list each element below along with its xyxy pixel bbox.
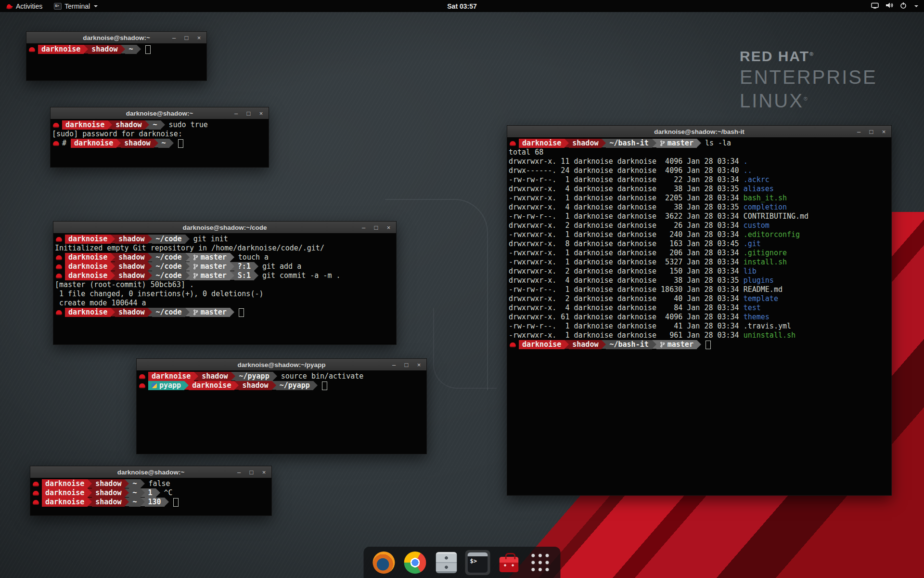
powerline-arrow bbox=[230, 253, 234, 262]
terminal-text: custom bbox=[744, 221, 770, 230]
redhat-prompt-icon bbox=[33, 500, 39, 505]
terminal-icon[interactable]: $> bbox=[465, 550, 490, 575]
chevron-down-icon bbox=[94, 5, 98, 7]
maximize-button[interactable]: □ bbox=[403, 362, 410, 368]
app-grid-icon[interactable] bbox=[528, 550, 553, 575]
minimize-button[interactable]: – bbox=[391, 362, 397, 368]
powerline-arrow bbox=[148, 308, 152, 316]
prompt-segment-host: shadow bbox=[92, 479, 125, 488]
terminal-line: -rwxrwxr-x. 1 darknoise darknoise 961 Ja… bbox=[509, 331, 890, 340]
terminal-text: -rwxrwxr-x. 1 darknoise darknoise 2205 J… bbox=[509, 194, 744, 203]
minimize-button[interactable]: – bbox=[233, 110, 239, 117]
git-branch-icon bbox=[660, 140, 665, 146]
close-button[interactable]: × bbox=[261, 469, 267, 475]
terminal-body[interactable]: darknoiseshadow~ bbox=[26, 43, 206, 80]
minimize-button[interactable]: – bbox=[360, 224, 367, 231]
terminal-cursor bbox=[322, 381, 327, 390]
terminal-text: -rw-rw-r--. 1 darknoise darknoise 22 Jan… bbox=[509, 175, 744, 184]
close-button[interactable]: × bbox=[196, 35, 202, 41]
powerline-arrow bbox=[116, 139, 121, 147]
terminal-line: -rw-rw-r--. 1 darknoise darknoise 22 Jan… bbox=[509, 175, 890, 184]
terminal-text: git add a bbox=[262, 262, 301, 271]
prompt-segment-host: shadow bbox=[115, 235, 148, 244]
maximize-button[interactable]: □ bbox=[248, 469, 255, 475]
prompt-segment-path: ~/code bbox=[152, 262, 185, 271]
terminal-body[interactable]: darknoiseshadow~/bash-itmasterls -latota… bbox=[507, 137, 891, 495]
terminal-text: -rw-rw-r--. 1 darknoise darknoise 18630 … bbox=[509, 285, 744, 294]
prompt-segment-host: shadow bbox=[569, 340, 602, 349]
firefox-icon[interactable] bbox=[372, 550, 397, 575]
redhat-prompt-icon bbox=[139, 383, 145, 388]
close-button[interactable]: × bbox=[416, 362, 422, 368]
terminal-line: -rw-rw-r--. 1 darknoise darknoise 3622 J… bbox=[509, 212, 890, 221]
terminal-text: uninstall.sh bbox=[744, 331, 796, 340]
clock[interactable]: Sat 03:57 bbox=[447, 2, 476, 10]
close-button[interactable]: × bbox=[385, 224, 392, 231]
prompt-segment-stat: S:1 bbox=[234, 271, 254, 280]
maximize-button[interactable]: □ bbox=[183, 35, 190, 41]
prompt-segment-user: darknoise bbox=[148, 372, 194, 381]
minimize-button[interactable]: – bbox=[856, 129, 862, 135]
window-titlebar[interactable]: darknoise@shadow:~/code – □ × bbox=[53, 222, 396, 234]
close-button[interactable]: × bbox=[881, 129, 887, 135]
prompt-segment-user: darknoise bbox=[65, 308, 111, 317]
window-titlebar[interactable]: darknoise@shadow:~ – □ × bbox=[30, 466, 271, 478]
powerline-arrow bbox=[230, 262, 234, 271]
terminal-line: total 68 bbox=[509, 148, 890, 157]
prompt-segment-user: darknoise bbox=[519, 139, 565, 148]
terminal-text: drwxrwxr-x. 11 darknoise darknoise 4096 … bbox=[509, 157, 744, 166]
activities-button[interactable]: Activities bbox=[0, 0, 48, 12]
powerline-arrow bbox=[697, 340, 701, 349]
prompt-segment-user: darknoise bbox=[62, 120, 108, 130]
files-icon[interactable] bbox=[434, 550, 459, 575]
close-button[interactable]: × bbox=[258, 110, 264, 117]
volume-icon bbox=[886, 2, 893, 10]
terminal-text: Initialized empty Git repository in /hom… bbox=[55, 244, 324, 253]
powerline-arrow bbox=[148, 235, 152, 243]
prompt-segment-git: master bbox=[190, 262, 230, 271]
terminal-text: 1 file changed, 0 insertions(+), 0 delet… bbox=[55, 289, 263, 299]
window-titlebar[interactable]: darknoise@shadow:~ – □ × bbox=[51, 107, 269, 119]
prompt-segment-user: darknoise bbox=[189, 381, 234, 390]
prompt-segment-path: ~ bbox=[129, 498, 140, 507]
redhat-prompt-icon bbox=[56, 274, 62, 278]
powerline-arrow bbox=[185, 308, 190, 316]
maximize-button[interactable]: □ bbox=[245, 110, 252, 117]
window-titlebar[interactable]: darknoise@shadow:~ – □ × bbox=[26, 32, 206, 44]
minimize-button[interactable]: – bbox=[236, 469, 242, 475]
terminal-body[interactable]: darknoiseshadow~sudo true[sudo] password… bbox=[51, 119, 269, 167]
terminal-body[interactable]: darknoiseshadow~/codegit initInitialized… bbox=[53, 233, 396, 344]
prompt-segment-host: shadow bbox=[198, 372, 231, 381]
chrome-icon[interactable] bbox=[403, 550, 428, 575]
window-titlebar[interactable]: darknoise@shadow:~/pyapp – □ × bbox=[137, 359, 426, 371]
terminal-text: completion bbox=[744, 203, 787, 212]
terminal-text: false bbox=[149, 479, 170, 488]
window-titlebar[interactable]: darknoise@shadow:~/bash-it – □ × bbox=[507, 126, 891, 138]
minimize-button[interactable]: – bbox=[171, 35, 177, 41]
window-title: darknoise@shadow:~ bbox=[126, 110, 193, 117]
maximize-button[interactable]: □ bbox=[868, 129, 874, 135]
top-bar: Activities $> Terminal Sat 03:57 bbox=[0, 0, 924, 12]
prompt-segment-host: shadow bbox=[239, 381, 271, 390]
terminal-text: total 68 bbox=[509, 148, 543, 157]
prompt-segment-path: ~ bbox=[149, 120, 160, 130]
maximize-button[interactable]: □ bbox=[373, 224, 379, 231]
terminal-body[interactable]: darknoiseshadow~falsedarknoiseshadow~1^C… bbox=[30, 478, 271, 515]
system-status-area[interactable] bbox=[871, 0, 924, 12]
registered-mark: ® bbox=[804, 96, 809, 102]
git-branch-icon bbox=[193, 309, 198, 315]
terminal-cursor bbox=[173, 498, 179, 507]
terminal-line: drwxrwxr-x. 4 darknoise darknoise 84 Jan… bbox=[509, 303, 890, 313]
terminal-text: [sudo] password for darknoise: bbox=[52, 130, 187, 139]
prompt-segment-path: ~ bbox=[129, 479, 140, 488]
prompt-segment-user: darknoise bbox=[42, 498, 88, 507]
terminal-line: -rw-rw-r--. 1 darknoise darknoise 41 Jan… bbox=[509, 322, 890, 331]
window-title: darknoise@shadow:~ bbox=[117, 469, 185, 476]
terminal-text: install.sh bbox=[744, 258, 787, 267]
powerline-arrow bbox=[185, 262, 190, 271]
toolbox-icon[interactable] bbox=[497, 550, 522, 575]
redhat-prompt-icon bbox=[56, 255, 62, 260]
powerline-arrow bbox=[148, 271, 152, 280]
terminal-body[interactable]: darknoiseshadow~/pyappsource bin/activat… bbox=[137, 370, 426, 454]
app-menu[interactable]: $> Terminal bbox=[48, 0, 103, 12]
